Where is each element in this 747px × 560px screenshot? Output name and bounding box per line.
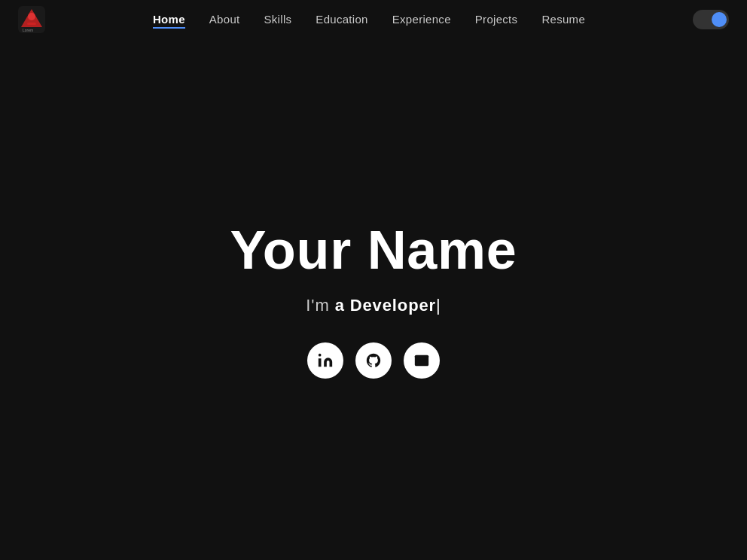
hero-subtitle: I'm a Developer| [306, 296, 441, 315]
nav-item-projects[interactable]: Projects [475, 13, 518, 26]
nav-item-resume[interactable]: Resume [541, 13, 585, 26]
logo-icon: Lorem [18, 6, 45, 33]
nav-link-about[interactable]: About [209, 13, 240, 26]
linkedin-icon [317, 352, 334, 369]
nav-link-skills[interactable]: Skills [264, 13, 292, 26]
nav-link-education[interactable]: Education [316, 13, 367, 26]
email-button[interactable] [404, 342, 440, 379]
nav-links: Home About Skills Education Experience P… [153, 13, 585, 26]
nav-item-education[interactable]: Education [316, 13, 367, 26]
theme-toggle[interactable] [693, 10, 729, 29]
nav-link-experience[interactable]: Experience [392, 13, 451, 26]
social-icons [307, 342, 440, 379]
nav-item-home[interactable]: Home [153, 13, 185, 26]
svg-rect-3 [27, 23, 36, 25]
hero-name: Your Name [230, 221, 517, 280]
nav-item-experience[interactable]: Experience [392, 13, 451, 26]
logo[interactable]: Lorem [18, 6, 45, 33]
cursor: | [436, 296, 441, 315]
subtitle-prefix: I'm [306, 296, 334, 315]
github-button[interactable] [355, 342, 392, 379]
svg-point-6 [319, 353, 322, 356]
hero-section: Your Name I'm a Developer| [0, 39, 747, 560]
svg-text:Lorem: Lorem [23, 28, 33, 32]
nav-link-home[interactable]: Home [153, 13, 185, 29]
email-icon [413, 352, 430, 369]
nav-item-skills[interactable]: Skills [264, 13, 292, 26]
svg-point-2 [28, 13, 35, 20]
linkedin-button[interactable] [307, 342, 343, 379]
svg-rect-5 [319, 358, 322, 367]
toggle-knob [712, 12, 727, 27]
subtitle-bold: a Developer [335, 296, 436, 315]
nav-link-resume[interactable]: Resume [541, 13, 585, 26]
navbar: Lorem Home About Skills Education Experi… [0, 0, 747, 39]
nav-right [693, 10, 729, 29]
github-icon [365, 352, 382, 369]
nav-link-projects[interactable]: Projects [475, 13, 518, 26]
nav-item-about[interactable]: About [209, 13, 240, 26]
